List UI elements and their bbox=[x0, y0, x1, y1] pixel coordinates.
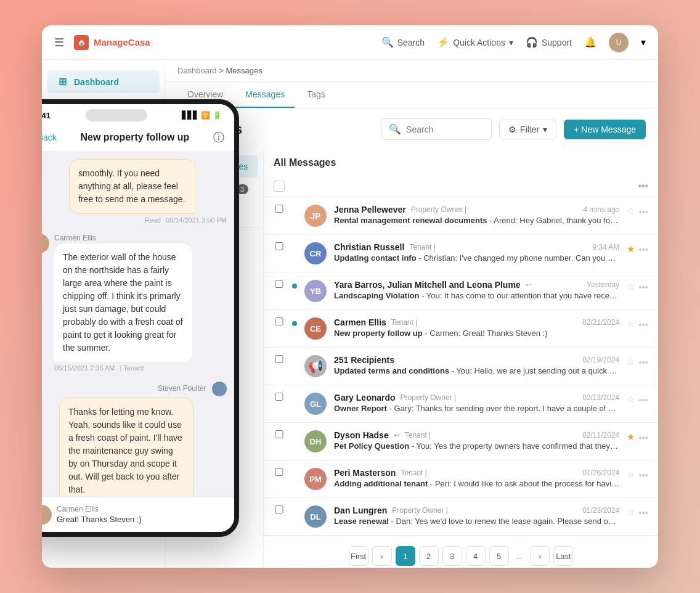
star-icon[interactable]: ☆ bbox=[627, 507, 635, 518]
message-row-top: Carmen Ellis Tenant | 02/21/2024 bbox=[334, 317, 619, 327]
pagination-page-2[interactable]: 2 bbox=[419, 546, 439, 566]
quick-actions-chevron: ▾ bbox=[509, 38, 513, 47]
pagination-first[interactable]: First bbox=[349, 546, 368, 566]
message-checkbox[interactable] bbox=[274, 505, 285, 513]
message-row[interactable]: YB Yara Barros, Julian Mitchell and Leon… bbox=[264, 272, 658, 310]
tab-messages[interactable]: Messages bbox=[235, 82, 295, 108]
message-avatar: PM bbox=[304, 468, 327, 490]
message-sender: Jenna Pellewever bbox=[334, 205, 406, 215]
pagination-page-5[interactable]: 5 bbox=[489, 546, 509, 566]
messages-header: Messages 🔍 ⚙ Filter ▾ + New Message bbox=[165, 108, 658, 150]
star-icon[interactable]: ★ bbox=[627, 431, 635, 443]
message-row[interactable]: DL Dan Lungren Property Owner | 01/23/20… bbox=[264, 498, 658, 536]
user-menu-chevron[interactable]: ▾ bbox=[641, 36, 646, 48]
message-role: Property Owner | bbox=[411, 205, 466, 214]
star-icon[interactable]: ☆ bbox=[627, 206, 635, 217]
message-actions: ☆ ••• bbox=[627, 281, 648, 292]
message-sender: Dan Lungren bbox=[334, 505, 387, 515]
message-role: Tenant | bbox=[409, 243, 435, 252]
more-options-icon[interactable]: ••• bbox=[638, 470, 648, 480]
message-checkbox[interactable] bbox=[274, 205, 285, 213]
more-options-icon[interactable]: ••• bbox=[638, 207, 648, 217]
message-row-top: Yara Barros, Julian Mitchell and Leona P… bbox=[334, 280, 619, 290]
more-options-icon[interactable]: ••• bbox=[638, 357, 648, 367]
star-icon[interactable]: ☆ bbox=[627, 394, 635, 405]
message-checkbox[interactable] bbox=[274, 355, 285, 363]
messages-list-area: All Messages ••• JP Jenna Pellewever Pro… bbox=[264, 150, 658, 568]
message-content: Dan Lungren Property Owner | 01/23/2024 … bbox=[334, 505, 619, 526]
message-checkbox[interactable] bbox=[274, 242, 285, 250]
message-subject: Updating contact info - Christian: I've … bbox=[334, 253, 619, 263]
message-role: Tenant | bbox=[401, 468, 426, 477]
message-actions: ★ ••• bbox=[627, 243, 648, 255]
messages-search-box[interactable]: 🔍 bbox=[381, 118, 492, 140]
message-time: 02/11/2024 bbox=[582, 431, 619, 440]
timestamp-1: 06/14/2021 3:50 PM bbox=[166, 216, 227, 224]
more-options-icon[interactable]: ••• bbox=[638, 282, 648, 292]
pagination-prev[interactable]: ‹ bbox=[372, 546, 392, 566]
star-icon[interactable]: ☆ bbox=[627, 356, 635, 367]
message-sender: Gary Leonardo bbox=[334, 393, 396, 403]
message-row[interactable]: CR Christian Russell Tenant | 9:34 AM Up… bbox=[264, 235, 658, 272]
more-options-icon[interactable]: ••• bbox=[638, 507, 648, 518]
tab-tags[interactable]: Tags bbox=[297, 82, 335, 108]
star-icon[interactable]: ☆ bbox=[627, 281, 635, 292]
list-menu-icon[interactable]: ••• bbox=[638, 181, 648, 192]
pagination-last[interactable]: Last bbox=[553, 546, 573, 566]
message-checkbox[interactable] bbox=[274, 468, 285, 476]
message-time: 01/23/2024 bbox=[582, 506, 619, 515]
message-subject: Updated terms and conditions - You: Hell… bbox=[334, 366, 619, 375]
filter-button[interactable]: ⚙ Filter ▾ bbox=[499, 120, 556, 139]
message-row[interactable]: GL Gary Leonardo Property Owner | 02/13/… bbox=[264, 385, 658, 423]
support-button[interactable]: 🎧 Support bbox=[526, 36, 572, 48]
pagination-page-4[interactable]: 4 bbox=[466, 546, 486, 566]
notifications-button[interactable]: 🔔 bbox=[584, 36, 596, 48]
mobile-info-button[interactable]: ⓘ bbox=[213, 130, 224, 145]
pagination-page-1[interactable]: 1 bbox=[396, 546, 415, 566]
quick-actions-button[interactable]: ⚡ Quick Actions ▾ bbox=[437, 36, 513, 48]
star-icon[interactable]: ☆ bbox=[627, 469, 635, 480]
mobile-message-sent-1: smoothly. If you need anything at all, p… bbox=[69, 159, 227, 224]
bell-icon: 🔔 bbox=[584, 36, 596, 48]
message-row-top: Dyson Hadse ↩ Tenant | 02/11/2024 bbox=[334, 430, 619, 440]
messages-page: Messages 🔍 ⚙ Filter ▾ + New Message bbox=[165, 108, 658, 568]
pagination-next[interactable]: › bbox=[530, 546, 550, 566]
more-options-icon[interactable]: ••• bbox=[638, 432, 648, 443]
sidebar-item-dashboard[interactable]: ⊞ Dashboard bbox=[47, 70, 160, 93]
group-reply-icon: ↩ bbox=[526, 280, 532, 289]
message-row[interactable]: CE Carmen Ellis Tenant | 02/21/2024 New … bbox=[264, 310, 658, 348]
mobile-back-button[interactable]: ‹ Back bbox=[42, 133, 57, 142]
new-message-button[interactable]: + New Message bbox=[564, 120, 646, 139]
message-time: 01/26/2024 bbox=[582, 468, 619, 477]
received-bubble-1: The exterior wall of the house on the no… bbox=[54, 243, 192, 362]
more-options-icon[interactable]: ••• bbox=[638, 244, 648, 255]
user-avatar[interactable]: U bbox=[609, 33, 629, 52]
star-icon[interactable]: ☆ bbox=[627, 319, 635, 330]
message-row[interactable]: DH Dyson Hadse ↩ Tenant | 02/11/2024 Pet… bbox=[264, 423, 658, 460]
message-subject: Lease renewal - Dan: Yes we'd love to re… bbox=[334, 517, 619, 526]
message-checkbox[interactable] bbox=[274, 430, 285, 438]
message-content: Christian Russell Tenant | 9:34 AM Updat… bbox=[334, 242, 619, 263]
search-nav-button[interactable]: 🔍 Search bbox=[381, 36, 425, 48]
mobile-message-sent-2: Steven Poulter Thanks for letting me kno… bbox=[59, 382, 227, 497]
message-row[interactable]: JP Jenna Pellewever Property Owner | 4 m… bbox=[264, 197, 658, 235]
message-actions: ☆ ••• bbox=[627, 469, 648, 480]
message-row[interactable]: PM Peri Masterson Tenant | 01/26/2024 Ad… bbox=[264, 460, 658, 498]
more-options-icon[interactable]: ••• bbox=[638, 395, 648, 405]
message-content: Carmen Ellis Tenant | 02/21/2024 New pro… bbox=[334, 317, 619, 338]
message-role: Tenant | bbox=[391, 318, 417, 327]
message-checkbox[interactable] bbox=[274, 393, 285, 401]
hamburger-icon[interactable]: ☰ bbox=[54, 36, 64, 49]
select-all-checkbox[interactable] bbox=[274, 181, 285, 192]
mobile-chat-title: New property follow up bbox=[64, 132, 206, 143]
message-row[interactable]: 📢 251 Recipients 02/19/2024 Updated term… bbox=[264, 348, 658, 385]
message-sender: Peri Masterson bbox=[334, 468, 396, 478]
pagination-page-3[interactable]: 3 bbox=[442, 546, 462, 566]
breadcrumb-parent[interactable]: Dashboard bbox=[177, 66, 217, 75]
star-icon[interactable]: ★ bbox=[627, 243, 635, 255]
read-label-1: Read bbox=[145, 216, 161, 224]
message-checkbox[interactable] bbox=[274, 317, 285, 325]
messages-search-input[interactable] bbox=[406, 125, 484, 134]
message-checkbox[interactable] bbox=[274, 280, 285, 288]
more-options-icon[interactable]: ••• bbox=[638, 319, 648, 330]
